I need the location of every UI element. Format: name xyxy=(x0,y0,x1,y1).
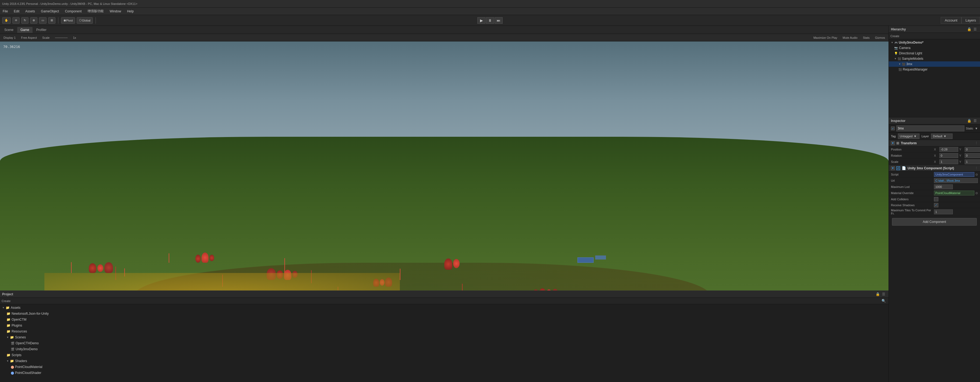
menu-gameobject[interactable]: GameObject xyxy=(40,9,60,14)
scale-x-label: X xyxy=(934,160,938,163)
add-colliders-checkbox[interactable] xyxy=(934,197,938,201)
project-item-resources[interactable]: 📁 Resources xyxy=(0,328,889,334)
object-active-checkbox[interactable]: ✓ xyxy=(891,127,895,130)
hierarchy-item-camera[interactable]: 📷 Camera xyxy=(889,45,980,51)
openctm-folder-icon: 📁 xyxy=(6,318,11,322)
transform-settings[interactable]: ⋮ xyxy=(975,141,978,145)
free-aspect[interactable]: Free Aspect xyxy=(19,35,39,40)
url-value xyxy=(934,178,978,183)
menu-window[interactable]: Window xyxy=(108,9,122,14)
position-x-field[interactable] xyxy=(939,147,958,152)
menu-enhanced[interactable]: 增强版功能 xyxy=(86,8,105,14)
menu-edit[interactable]: Edit xyxy=(13,9,21,14)
hierarchy-settings-icon[interactable]: ☰ xyxy=(972,27,978,31)
gizmos-btn[interactable]: Gizmos xyxy=(873,35,887,40)
rotation-value: X Y Z xyxy=(934,153,980,158)
inspector-settings-icon[interactable]: ☰ xyxy=(972,119,978,123)
project-lock-icon[interactable]: 🔒 xyxy=(875,292,881,296)
script-ref-field[interactable]: Unity3mxComponent xyxy=(934,172,974,177)
project-item-pointcloud-material[interactable]: ⬤ PointCloudMaterial xyxy=(0,364,889,370)
stats-btn[interactable]: Stats xyxy=(861,35,872,40)
add-colliders-label: Add Colliders xyxy=(891,197,934,201)
step-btn[interactable]: ⏭ xyxy=(495,17,503,24)
unity3mx-component-header[interactable]: ▼ ✓ 📄 Unity 3mx Component (Script) ⋮ xyxy=(889,165,980,172)
project-settings-icon[interactable]: ☰ xyxy=(881,292,886,296)
transform-component-header[interactable]: ▼ ⊞ Transform ⋮ xyxy=(889,140,980,146)
rotation-x-field[interactable] xyxy=(939,153,958,158)
tag-dropdown[interactable]: Untagged ▼ xyxy=(898,134,920,139)
receive-shadows-checkbox[interactable]: ✓ xyxy=(934,203,938,207)
project-item-scripts[interactable]: 📁 Scripts xyxy=(0,352,889,358)
layers-tab[interactable]: Layers xyxy=(961,17,980,24)
max-tiles-field[interactable] xyxy=(934,209,953,214)
mute-audio[interactable]: Mute Audio xyxy=(841,35,859,40)
rotation-y-field[interactable] xyxy=(965,153,980,158)
material-target-icon[interactable]: ⊙ xyxy=(975,191,978,195)
menu-assets[interactable]: Assets xyxy=(24,9,36,14)
pivot-btn[interactable]: ◉ Pivot xyxy=(61,17,75,24)
global-btn[interactable]: ⬡ Global xyxy=(77,17,93,24)
object-name-field[interactable] xyxy=(896,126,964,131)
menu-help[interactable]: Help xyxy=(126,9,135,14)
hierarchy-item-unity3mxdemo[interactable]: ▼ 🎮 Unity3mxDemo* xyxy=(889,40,980,45)
transform-expand[interactable]: ▼ xyxy=(891,141,895,145)
script-target-icon[interactable]: ⊙ xyxy=(975,173,978,176)
scale-y-field[interactable] xyxy=(965,159,980,164)
rect-tool-btn[interactable]: ▭ xyxy=(39,17,46,24)
tab-game[interactable]: Game xyxy=(17,27,33,33)
project-item-scenes[interactable]: ▼ 📁 Scenes xyxy=(0,334,889,340)
maximize-on-play[interactable]: Maximize On Play xyxy=(811,35,839,40)
static-dropdown-icon[interactable]: ▼ xyxy=(975,127,978,130)
material-ref-field[interactable]: PointCloudMaterial xyxy=(934,191,974,196)
component-settings[interactable]: ⋮ xyxy=(975,166,978,170)
scale-tool-btn[interactable]: ⊕ xyxy=(30,17,37,24)
menu-file[interactable]: File xyxy=(2,9,9,14)
project-item-plugins[interactable]: 📁 Plugins xyxy=(0,323,889,328)
project-item-openctm[interactable]: 📁 OpenCTM xyxy=(0,317,889,323)
project-item-shaders[interactable]: ▼ 📁 Shaders xyxy=(0,358,889,364)
inspector-lock-icon[interactable]: 🔒 xyxy=(966,119,972,123)
project-item-newtonsoft[interactable]: 📁 Newtonsoft.Json-for-Unity xyxy=(0,311,889,317)
layer-dropdown-arrow: ▼ xyxy=(943,135,947,138)
project-create-btn[interactable]: Create xyxy=(2,299,11,302)
account-tab[interactable]: Account xyxy=(941,17,961,24)
pause-btn[interactable]: ⏸ xyxy=(486,17,494,24)
resources-folder-icon: 📁 xyxy=(6,329,11,333)
hierarchy-toolbar: Create xyxy=(889,33,980,39)
shaders-expand-arrow: ▼ xyxy=(6,360,9,362)
hierarchy-lock-icon[interactable]: 🔒 xyxy=(966,27,972,31)
hand-tool-btn[interactable]: ✋ xyxy=(2,17,11,24)
move-tool-btn[interactable]: ✛ xyxy=(13,17,20,24)
hierarchy-item-sample-models[interactable]: ▼ ⬛ SampleModels xyxy=(889,56,980,61)
hierarchy-item-directional-light[interactable]: 💡 Directional Light xyxy=(889,51,980,56)
receive-shadows-row: Receive Shadows ✓ xyxy=(889,202,980,208)
play-btn[interactable]: ▶ xyxy=(477,17,485,24)
project-item-unity3mx-demo[interactable]: 🎬 Unity3mxDemo xyxy=(0,346,889,352)
component-enabled-checkbox[interactable]: ✓ xyxy=(896,166,900,170)
hierarchy-item-3mx[interactable]: ▼ ⬛ 3mx xyxy=(889,61,980,67)
tab-profiler[interactable]: Profiler xyxy=(33,27,50,33)
project-panel: Project 🔒 ☰ Create 🔍 ▼ 📁 Assets 📁 Newton… xyxy=(0,290,889,382)
hierarchy-create-btn[interactable]: Create xyxy=(890,35,899,38)
component-title: Unity 3mx Component (Script) xyxy=(908,166,954,170)
max-lod-field[interactable] xyxy=(934,185,953,189)
component-expand[interactable]: ▼ xyxy=(891,166,895,170)
tab-scene[interactable]: Scene xyxy=(1,27,17,33)
scale-x-field[interactable] xyxy=(939,159,958,164)
rotate-tool-btn[interactable]: ↻ xyxy=(21,17,29,24)
layer-dropdown[interactable]: Default ▼ xyxy=(931,134,953,139)
project-title: Project xyxy=(2,292,875,296)
script-value: Unity3mxComponent ⊙ xyxy=(934,172,978,177)
project-search-icon[interactable]: 🔍 xyxy=(880,299,887,303)
project-item-assets[interactable]: ▼ 📁 Assets xyxy=(0,305,889,311)
transform-tool-btn[interactable]: ⊞ xyxy=(48,17,56,24)
scale-slider[interactable]: ────── xyxy=(53,35,69,40)
project-item-opencth-demo[interactable]: 🎬 OpenCTHDemo xyxy=(0,340,889,346)
url-field[interactable] xyxy=(934,178,978,183)
max-lod-label: Maximum Lod xyxy=(891,185,934,188)
add-component-button[interactable]: Add Component xyxy=(892,218,977,226)
position-y-field[interactable] xyxy=(965,147,980,152)
project-item-pointcloud-shader[interactable]: ⬤ PointCloudShader xyxy=(0,370,889,376)
menu-component[interactable]: Component xyxy=(64,9,83,14)
hierarchy-item-request-manager[interactable]: ⬛ RequestManager xyxy=(889,67,980,72)
